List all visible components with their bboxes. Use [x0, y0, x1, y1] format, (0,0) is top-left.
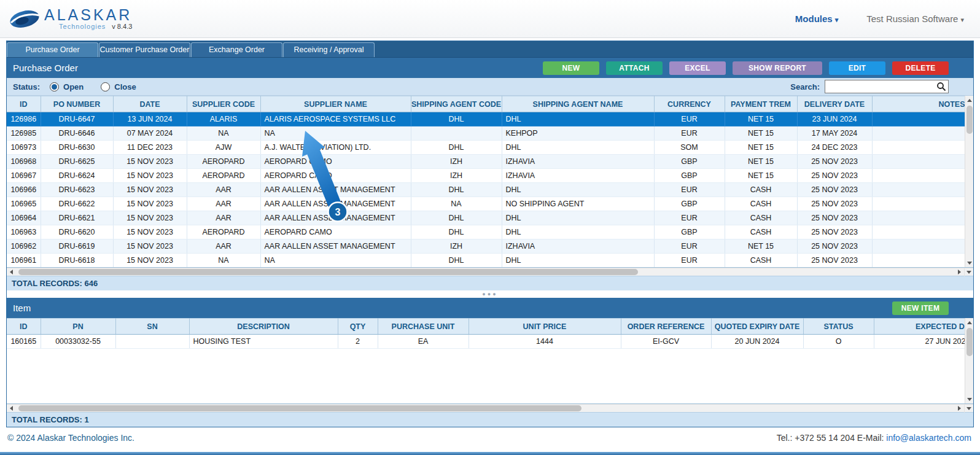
cell[interactable]: O	[803, 335, 874, 349]
status-close-radio[interactable]	[101, 82, 110, 91]
cell[interactable]: CASH	[725, 183, 797, 197]
cell[interactable]: NET 15	[725, 112, 797, 126]
cell[interactable]: NET 15	[725, 239, 797, 254]
cell[interactable]: AEROPARD CAMO	[260, 155, 411, 169]
cell[interactable]: EUR	[654, 126, 725, 141]
scroll-down-icon[interactable]	[965, 395, 974, 403]
cell[interactable]: IZH	[411, 169, 502, 183]
cell[interactable]: EUR	[654, 112, 725, 126]
cell[interactable]	[872, 239, 965, 254]
table-row[interactable]: 106965DRU-662215 NOV 2023AARAAR AALLEN A…	[7, 197, 965, 211]
cell[interactable]: 15 NOV 2023	[113, 155, 187, 169]
scroll-down-icon[interactable]	[964, 268, 973, 276]
cell[interactable]: DHL	[502, 183, 654, 197]
cell[interactable]: 25 NOV 2023	[797, 183, 872, 197]
cell[interactable]: A.J. WALTER (AVIATION) LTD.	[260, 141, 411, 155]
table-row[interactable]: 106964DRU-662115 NOV 2023AARAAR AALLEN A…	[7, 211, 965, 225]
cell[interactable]: SOM	[654, 141, 725, 155]
column-header-sn[interactable]: SN	[115, 319, 189, 335]
cell[interactable]: 106962	[7, 239, 41, 254]
cell[interactable]: 25 NOV 2023	[797, 169, 872, 183]
cell[interactable]: 106961	[7, 254, 41, 268]
scroll-up-icon[interactable]	[965, 318, 974, 327]
cell[interactable]: 25 NOV 2023	[797, 197, 872, 211]
tab-customer-purchase-order[interactable]: Customer Purchase Order	[99, 42, 190, 57]
scroll-right-icon[interactable]	[955, 268, 964, 276]
attach-button[interactable]: ATTACH	[606, 61, 663, 75]
cell[interactable]: AAR	[187, 239, 260, 254]
cell[interactable]: DRU-6618	[41, 254, 113, 268]
cell[interactable]: AEROPARD CAMO	[260, 225, 411, 239]
search-input[interactable]	[825, 80, 949, 93]
new-button[interactable]: NEW	[543, 61, 599, 75]
edit-button[interactable]: EDIT	[829, 61, 885, 75]
column-header-payment-trem[interactable]: PAYMENT TREM	[725, 96, 797, 112]
cell[interactable]: IZHAVIA	[502, 169, 654, 183]
cell[interactable]: DRU-6646	[41, 126, 113, 141]
cell[interactable]: GBP	[654, 225, 725, 239]
cell[interactable]: EUR	[654, 254, 725, 268]
scrollbar-thumb[interactable]	[966, 328, 973, 356]
cell[interactable]: 25 NOV 2023	[797, 211, 872, 225]
cell[interactable]: ALARIS AEROSPACE SYSTEMS LLC	[260, 112, 411, 126]
delete-button[interactable]: DELETE	[892, 61, 949, 75]
column-header-pn[interactable]: PN	[41, 319, 115, 335]
column-header-expected-date[interactable]: EXPECTED DATE	[874, 319, 965, 335]
cell[interactable]: NO SHIPPING AGENT	[502, 197, 654, 211]
cell[interactable]	[872, 225, 965, 239]
cell[interactable]: DHL	[411, 141, 502, 155]
cell[interactable]	[872, 141, 965, 155]
column-header-shipping-agent-name[interactable]: SHIPPING AGENT NAME	[502, 96, 654, 112]
email-link[interactable]: info@alaskartech.com	[886, 433, 971, 443]
cell[interactable]: 106968	[7, 155, 41, 169]
column-header-qty[interactable]: QTY	[338, 319, 378, 335]
cell[interactable]	[872, 169, 965, 183]
horizontal-scrollbar[interactable]	[7, 404, 973, 412]
excel-button[interactable]: EXCEL	[669, 61, 726, 75]
cell[interactable]: 07 MAY 2024	[113, 126, 187, 141]
cell[interactable]: NET 15	[725, 126, 797, 141]
table-row[interactable]: 16016500033032-55HOUSING TEST2EA1444EI-G…	[7, 335, 965, 349]
cell[interactable]: 106973	[7, 141, 41, 155]
scrollbar-thumb[interactable]	[18, 405, 581, 411]
cell[interactable]: GBP	[654, 169, 725, 183]
scroll-down-icon[interactable]	[965, 259, 974, 267]
cell[interactable]: HOUSING TEST	[189, 335, 338, 349]
cell[interactable]: DHL	[411, 225, 502, 239]
cell[interactable]: 2	[338, 335, 378, 349]
cell[interactable]: AAR	[187, 197, 260, 211]
cell[interactable]: AEROPARD	[187, 155, 260, 169]
cell[interactable]: AEROPARD CAMO	[260, 169, 411, 183]
cell[interactable]: CASH	[725, 225, 797, 239]
cell[interactable]: 13 JUN 2024	[113, 112, 187, 126]
cell[interactable]: DRU-6622	[41, 197, 113, 211]
cell[interactable]: DRU-6623	[41, 183, 113, 197]
cell[interactable]: AAR	[187, 211, 260, 225]
column-header-quoted-expiry-date[interactable]: QUOTED EXPIRY DATE	[711, 319, 803, 335]
cell[interactable]	[411, 126, 502, 141]
cell[interactable]: 1444	[469, 335, 621, 349]
scroll-left-icon[interactable]	[7, 405, 16, 413]
cell[interactable]	[872, 197, 965, 211]
cell[interactable]: DRU-6630	[41, 141, 113, 155]
cell[interactable]: DRU-6620	[41, 225, 113, 239]
cell[interactable]: IZH	[411, 239, 502, 254]
cell[interactable]	[872, 211, 965, 225]
cell[interactable]	[872, 254, 965, 268]
table-row[interactable]: 106961DRU-661815 NOV 2023NANADHLDHLEURCA…	[7, 254, 965, 268]
cell[interactable]: 24 DEC 2023	[797, 141, 872, 155]
cell[interactable]: 15 NOV 2023	[113, 254, 187, 268]
cell[interactable]: 15 NOV 2023	[113, 197, 187, 211]
tab-purchase-order[interactable]: Purchase Order	[7, 42, 98, 57]
cell[interactable]: 15 NOV 2023	[113, 239, 187, 254]
cell[interactable]: DRU-6625	[41, 155, 113, 169]
cell[interactable]: 25 NOV 2023	[797, 155, 872, 169]
cell[interactable]: AJW	[187, 141, 260, 155]
cell[interactable]: DHL	[411, 254, 502, 268]
cell[interactable]: 25 NOV 2023	[797, 225, 872, 239]
cell[interactable]: 126985	[7, 126, 41, 141]
cell[interactable]: DHL	[502, 112, 654, 126]
cell[interactable]: GBP	[654, 197, 725, 211]
cell[interactable]: EI-GCV	[621, 335, 711, 349]
cell[interactable]: 00033032-55	[41, 335, 115, 349]
